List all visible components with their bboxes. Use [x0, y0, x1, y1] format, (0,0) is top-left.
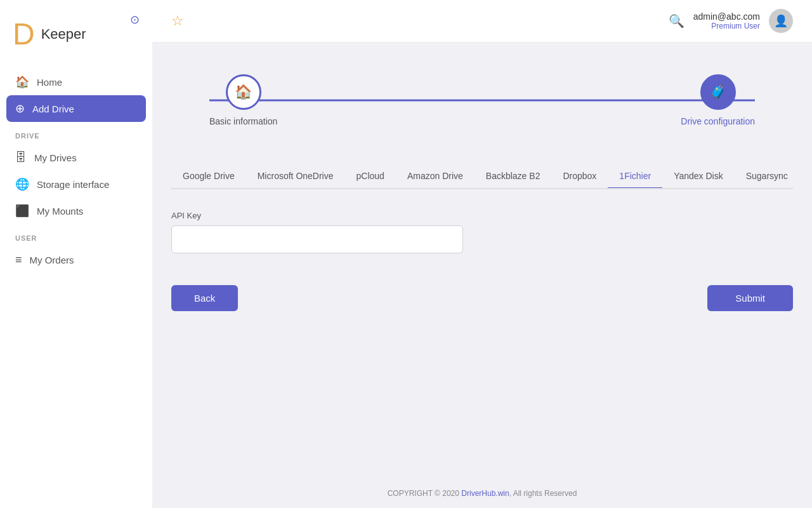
api-key-input[interactable]: [171, 225, 463, 253]
footer-copyright: COPYRIGHT © 2020: [388, 489, 462, 498]
add-drive-icon: ⊕: [15, 102, 25, 116]
tab-1fichier[interactable]: 1Fichier: [608, 164, 662, 189]
storage-interface-label: Storage interface: [37, 179, 109, 190]
orders-icon: ≡: [15, 253, 22, 267]
logo-area: D Keeper: [0, 13, 152, 69]
back-button[interactable]: Back: [171, 285, 238, 311]
tab-pcloud[interactable]: pCloud: [345, 164, 396, 189]
storage-icon: 🌐: [15, 177, 29, 191]
sidebar-item-my-orders[interactable]: ≡ My Orders: [0, 247, 152, 273]
topbar-right: 🔍 admin@abc.com Premium User 👤: [669, 9, 793, 33]
topbar-left: ☆: [171, 13, 184, 29]
nav-add-drive-label: Add Drive: [32, 104, 74, 114]
stepper-line: [209, 100, 755, 102]
my-drives-label: My Drives: [34, 152, 77, 163]
my-orders-label: My Orders: [30, 255, 74, 265]
main-content: ☆ 🔍 admin@abc.com Premium User 👤 🏠 Basic…: [152, 0, 812, 508]
api-key-form: API Key: [171, 204, 793, 260]
footer-link[interactable]: DriverHub.win: [461, 489, 509, 498]
stepper: 🏠 Basic information 🧳 Drive configuratio…: [171, 62, 793, 139]
tab-sugarsync[interactable]: Sugarsync: [735, 164, 793, 189]
logo-letter: D: [13, 19, 35, 50]
section-user-label: USER: [0, 224, 152, 247]
step-label-config: Drive configuration: [681, 116, 755, 126]
drives-icon: 🗄: [15, 151, 27, 164]
tab-amazon-drive[interactable]: Amazon Drive: [396, 164, 475, 189]
sidebar: D Keeper ⊙ 🏠 Home ⊕ Add Drive DRIVE 🗄 My…: [0, 0, 152, 508]
topbar: ☆ 🔍 admin@abc.com Premium User 👤: [152, 0, 812, 43]
step-circle-basic: 🏠: [226, 74, 261, 110]
step-circle-config: 🧳: [700, 74, 736, 110]
user-role: Premium User: [693, 22, 760, 30]
submit-button[interactable]: Submit: [707, 285, 793, 311]
pin-icon[interactable]: ⊙: [130, 13, 140, 27]
api-key-label: API Key: [171, 211, 793, 220]
avatar[interactable]: 👤: [769, 9, 793, 33]
step-label-basic: Basic information: [209, 116, 277, 126]
favorite-star-icon[interactable]: ☆: [171, 13, 184, 29]
mounts-icon: ⬛: [15, 204, 29, 218]
tab-backblaze-b2[interactable]: Backblaze B2: [475, 164, 552, 189]
nav-home-label: Home: [37, 77, 62, 88]
section-drive-label: DRIVE: [0, 122, 152, 145]
nav-home[interactable]: 🏠 Home: [0, 69, 152, 95]
home-icon: 🏠: [15, 75, 29, 89]
user-email: admin@abc.com: [693, 11, 760, 22]
tab-yandex-disk[interactable]: Yandex Disk: [662, 164, 735, 189]
page-content: 🏠 Basic information 🧳 Drive configuratio…: [152, 43, 812, 479]
footer: COPYRIGHT © 2020 DriverHub.win, All righ…: [152, 479, 812, 508]
action-row: Back Submit: [171, 285, 793, 311]
nav-add-drive[interactable]: ⊕ Add Drive: [6, 95, 146, 122]
my-mounts-label: My Mounts: [37, 206, 83, 217]
tab-microsoft-onedrive[interactable]: Microsoft OneDrive: [246, 164, 345, 189]
footer-rights: , All rights Reserved: [509, 489, 577, 498]
drive-tabs: Google Drive Microsoft OneDrive pCloud A…: [171, 164, 793, 189]
search-icon[interactable]: 🔍: [669, 13, 684, 29]
sidebar-item-my-mounts[interactable]: ⬛ My Mounts: [0, 197, 152, 224]
step-basic-info: 🏠 Basic information: [209, 74, 277, 126]
step-drive-config: 🧳 Drive configuration: [681, 74, 755, 126]
sidebar-item-storage-interface[interactable]: 🌐 Storage interface: [0, 171, 152, 197]
user-info: admin@abc.com Premium User: [693, 11, 760, 30]
logo-text: Keeper: [41, 26, 86, 43]
tab-dropbox[interactable]: Dropbox: [551, 164, 608, 189]
sidebar-item-my-drives[interactable]: 🗄 My Drives: [0, 145, 152, 171]
tab-google-drive[interactable]: Google Drive: [171, 164, 246, 189]
